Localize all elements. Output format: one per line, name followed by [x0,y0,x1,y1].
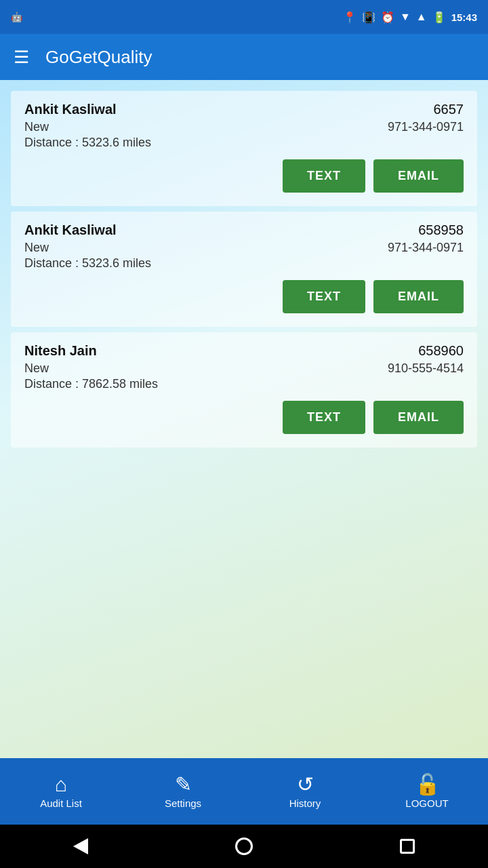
battery-icon: 🔋 [432,11,446,24]
main-content: Ankit Kasliwal 6657 New 971-344-0971 Dis… [0,80,488,758]
contact-name-0: Ankit Kasliwal [24,102,117,117]
status-bar-right: 📍 📳 ⏰ ▼ ▲ 🔋 15:43 [343,11,477,24]
hamburger-icon[interactable]: ☰ [14,47,29,68]
contact-name-1: Ankit Kasliwal [24,222,117,238]
contact-name-2: Nitesh Jain [24,343,97,359]
contact-card-0: Ankit Kasliwal 6657 New 971-344-0971 Dis… [11,91,477,206]
vibrate-icon: 📳 [362,11,375,24]
home-button[interactable] [235,837,253,855]
contact-card-1: Ankit Kasliwal 658958 New 971-344-0971 D… [11,212,477,327]
settings-label: Settings [165,797,201,809]
contact-id-2: 658960 [418,343,464,359]
contact-phone-2: 910-555-4514 [388,361,464,376]
nav-logout[interactable]: 🔓 LOGOUT [366,758,488,825]
contact-header-2: Nitesh Jain 658960 [24,343,464,359]
signal-icon: ▲ [416,11,427,23]
contact-header-1: Ankit Kasliwal 658958 [24,222,464,238]
contact-id-0: 6657 [434,102,464,117]
nav-settings[interactable]: ✎ Settings [122,758,244,825]
card-actions-2: TEXT EMAIL [24,401,464,434]
app-title: GoGetQuality [45,47,152,68]
android-icon: 🤖 [11,12,22,22]
recents-button[interactable] [400,839,415,854]
email-button-2[interactable]: EMAIL [373,401,464,434]
history-label: History [289,797,321,809]
text-button-2[interactable]: TEXT [283,401,365,434]
email-button-1[interactable]: EMAIL [373,280,464,313]
contact-distance-0: Distance : 5323.6 miles [24,136,464,150]
location-icon: 📍 [343,11,357,24]
logout-icon: 🔓 [415,774,440,795]
contact-status-1: New [24,241,49,255]
time-display: 15:43 [451,12,477,23]
contact-card-2: Nitesh Jain 658960 New 910-555-4514 Dist… [11,332,477,448]
app-bar: ☰ GoGetQuality [0,34,488,80]
settings-icon: ✎ [175,774,192,795]
card-actions-0: TEXT EMAIL [24,159,464,193]
contact-header-0: Ankit Kasliwal 6657 [24,102,464,117]
home-icon: ⌂ [55,774,67,795]
text-button-1[interactable]: TEXT [283,280,365,313]
android-nav-bar [0,825,488,868]
contact-id-1: 658958 [418,222,464,238]
contact-row-2: New 910-555-4514 [24,361,464,376]
status-bar-left: 🤖 [11,12,22,22]
card-actions-1: TEXT EMAIL [24,280,464,313]
status-bar: 🤖 📍 📳 ⏰ ▼ ▲ 🔋 15:43 [0,0,488,34]
text-button-0[interactable]: TEXT [283,159,365,193]
bottom-nav: ⌂ Audit List ✎ Settings ↺ History 🔓 LOGO… [0,758,488,825]
nav-audit-list[interactable]: ⌂ Audit List [0,758,122,825]
contact-distance-1: Distance : 5323.6 miles [24,256,464,271]
contact-phone-1: 971-344-0971 [388,241,464,255]
contact-status-2: New [24,361,49,376]
alarm-icon: ⏰ [381,11,394,24]
audit-list-label: Audit List [40,797,82,809]
logout-label: LOGOUT [405,797,448,809]
email-button-0[interactable]: EMAIL [373,159,464,193]
contact-status-0: New [24,120,49,134]
history-icon: ↺ [297,774,314,795]
contact-phone-0: 971-344-0971 [388,120,464,134]
nav-history[interactable]: ↺ History [244,758,366,825]
wifi-icon: ▼ [400,11,411,23]
contact-distance-2: Distance : 7862.58 miles [24,377,464,391]
back-button[interactable] [73,838,88,854]
contact-row-0: New 971-344-0971 [24,120,464,134]
contact-row-1: New 971-344-0971 [24,241,464,255]
